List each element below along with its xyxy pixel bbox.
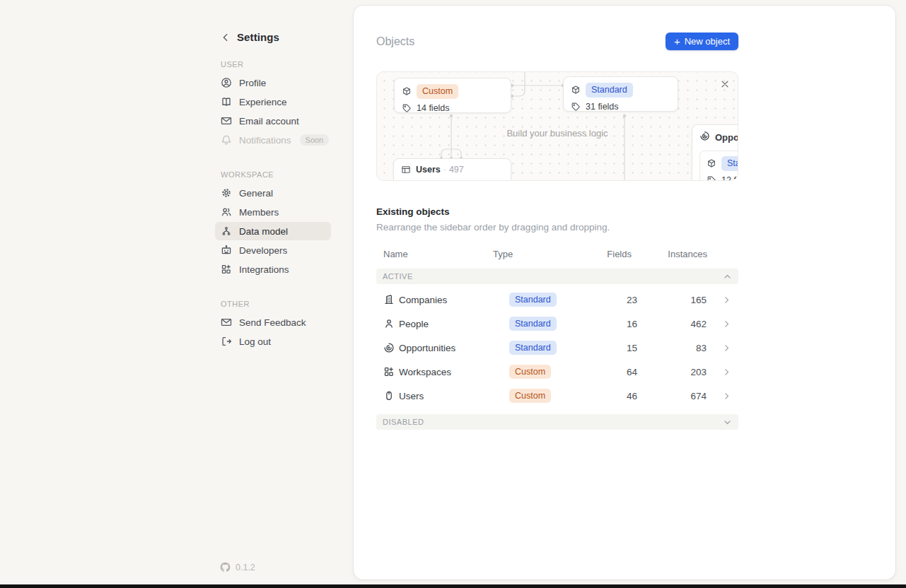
object-row-people[interactable]: PeopleStandard16462: [376, 312, 738, 336]
building-icon: [383, 294, 399, 305]
sidebar-item-log-out[interactable]: Log out: [215, 332, 331, 351]
new-object-label: New object: [685, 36, 730, 47]
group-active-label: ACTIVE: [383, 272, 413, 281]
sidebar-item-profile[interactable]: Profile: [215, 74, 331, 92]
chevron-right-icon[interactable]: [707, 368, 731, 377]
column-type: Type: [493, 249, 586, 259]
type-badge: Standard: [509, 293, 557, 307]
sidebar-item-label: Experience: [239, 97, 287, 107]
mail-icon: [221, 115, 232, 127]
column-fields: Fields: [586, 249, 632, 259]
chevron-right-icon[interactable]: [707, 319, 731, 329]
person-icon: [383, 318, 399, 329]
type-badge: Custom: [509, 389, 551, 404]
object-name: Companies: [399, 295, 509, 305]
soon-badge: Soon: [300, 134, 330, 146]
sidebar-item-email-account[interactable]: Email account: [215, 112, 331, 130]
banner-card-standard: Standard 31 fields: [563, 76, 678, 112]
standard-badge: Standard: [721, 156, 738, 171]
sidebar-item-members[interactable]: Members: [215, 203, 331, 221]
user-circle-icon: [221, 77, 232, 88]
sidebar-item-developers[interactable]: Developers: [215, 241, 331, 259]
sidebar-item-label: Data model: [239, 226, 288, 237]
sidebar-item-label: General: [239, 188, 273, 199]
sidebar-item-label: Developers: [239, 245, 287, 256]
sidebar-item-label: Integrations: [239, 264, 289, 275]
book-open-icon: [221, 96, 232, 107]
chevron-right-icon[interactable]: [707, 343, 731, 353]
sidebar-nav: USERProfileExperienceEmail accountNotifi…: [215, 60, 354, 351]
hierarchy-icon: [221, 225, 232, 237]
fields-count: 15: [594, 343, 637, 353]
settings-title: Settings: [237, 31, 279, 43]
sidebar-item-integrations[interactable]: Integrations: [215, 260, 331, 278]
existing-objects-subheading: Rearrange the sidebar order by dragging …: [376, 222, 738, 233]
existing-objects-heading: Existing objects: [376, 206, 738, 217]
fields-count: 46: [594, 391, 637, 401]
objects-table: CompaniesStandard23165PeopleStandard1646…: [376, 288, 738, 408]
cube-icon: [402, 86, 412, 96]
people-icon: [221, 206, 232, 218]
chevron-up-icon: [723, 272, 732, 281]
object-row-users[interactable]: UsersCustom46674: [376, 384, 738, 408]
sidebar-section-label: USER: [215, 60, 354, 69]
new-object-button[interactable]: + New object: [666, 33, 738, 50]
sidebar-item-data-model[interactable]: Data model: [215, 222, 331, 240]
column-instances: Instances: [632, 249, 707, 259]
sidebar-section-label: OTHER: [215, 300, 354, 308]
type-badge: Standard: [509, 341, 557, 355]
sidebar-item-general[interactable]: General: [215, 184, 331, 202]
settings-page: Settings USERProfileExperienceEmail acco…: [0, 0, 906, 588]
fields-count: 64: [594, 367, 637, 377]
object-row-companies[interactable]: CompaniesStandard23165: [376, 288, 738, 312]
robot-icon: [221, 245, 232, 256]
chevron-right-icon[interactable]: [707, 295, 731, 305]
chevron-left-icon: [221, 33, 231, 42]
settings-back[interactable]: Settings: [215, 31, 354, 43]
sidebar-item-label: Notifications: [239, 135, 291, 146]
version-label: 0.1.2: [236, 563, 255, 572]
users-card-count: 497: [449, 165, 464, 175]
chevron-down-icon: [723, 418, 732, 427]
object-name: Opportunities: [399, 343, 509, 353]
target-icon: [383, 342, 399, 353]
type-badge: Custom: [509, 365, 551, 380]
object-row-workspaces[interactable]: WorkspacesCustom64203: [376, 360, 738, 384]
instances-count: 462: [637, 319, 707, 329]
cube-icon: [707, 158, 716, 168]
sidebar-item-label: Log out: [239, 336, 271, 347]
fields-count: 12 fields: [721, 175, 738, 181]
type-badge: Standard: [509, 317, 557, 331]
sidebar-item-label: Profile: [239, 78, 266, 88]
screen-bottom-edge: [0, 584, 906, 588]
group-disabled-label: DISABLED: [383, 418, 424, 426]
object-row-opportunities[interactable]: OpportunitiesStandard1583: [376, 336, 738, 360]
bell-icon: [221, 134, 232, 146]
instances-count: 165: [637, 295, 707, 305]
standard-badge: Standard: [586, 83, 633, 98]
sidebar-item-send-feedback[interactable]: Send Feedback: [215, 313, 331, 331]
fields-count: 23: [594, 295, 637, 305]
tag-icon: [571, 102, 581, 112]
chevron-right-icon[interactable]: [707, 392, 731, 401]
dot-separator: ·: [443, 165, 446, 175]
sidebar-item-label: Send Feedback: [239, 317, 306, 328]
sidebar-item-label: Members: [239, 207, 279, 218]
settings-sidebar: Settings USERProfileExperienceEmail acco…: [0, 0, 354, 584]
banner-caption: Build your business logic: [377, 128, 738, 139]
sidebar-item-notifications: NotificationsSoon: [215, 131, 331, 149]
sidebar-item-experience[interactable]: Experience: [215, 93, 331, 111]
app-version: 0.1.2: [220, 562, 255, 572]
plus-icon: +: [674, 36, 680, 47]
instances-count: 674: [637, 391, 707, 401]
apps-plus-icon: [383, 366, 399, 377]
table-header: Name Type Fields Instances: [376, 249, 738, 259]
mail-icon: [221, 317, 232, 328]
group-disabled[interactable]: DISABLED: [376, 414, 738, 430]
tag-icon: [707, 175, 716, 181]
mouse-icon: [383, 390, 399, 401]
tag-icon: [402, 103, 412, 113]
sidebar-item-label: Email account: [239, 116, 299, 127]
group-active[interactable]: ACTIVE: [376, 269, 738, 284]
close-icon[interactable]: [718, 78, 732, 92]
